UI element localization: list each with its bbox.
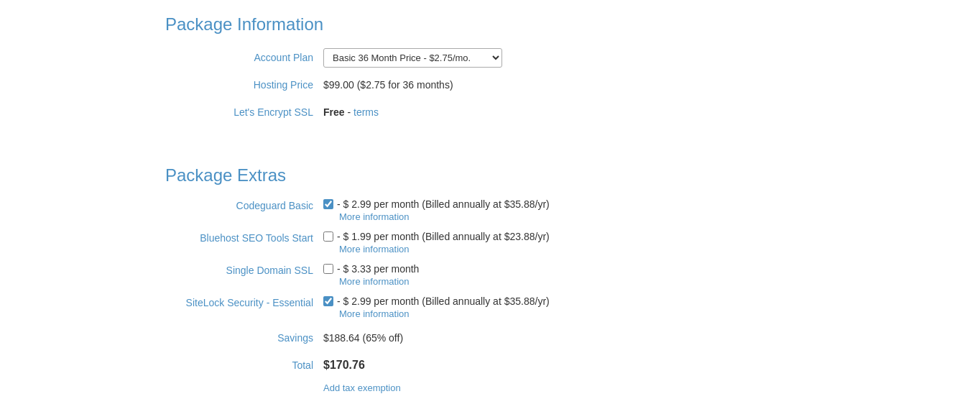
hosting-price-label: Hosting Price xyxy=(165,79,323,91)
seo-tools-description: - $ 1.99 per month (Billed annually at $… xyxy=(337,231,550,242)
savings-row: Savings $188.64 (65% off) xyxy=(165,328,980,348)
ssl-value: Free - terms xyxy=(323,106,379,118)
total-row: Total $170.76 xyxy=(165,355,980,375)
package-info-title: Package Information xyxy=(165,14,980,35)
account-plan-select[interactable]: Basic 36 Month Price - $2.75/mo. Basic 1… xyxy=(323,48,502,68)
seo-tools-value: - $ 1.99 per month (Billed annually at $… xyxy=(323,231,550,254)
seo-tools-more-info-link[interactable]: More information xyxy=(339,244,550,254)
account-plan-label: Account Plan xyxy=(165,52,323,63)
savings-value: $188.64 (65% off) xyxy=(323,332,403,344)
codeguard-label: Codeguard Basic xyxy=(165,198,323,211)
sitelock-checkbox[interactable] xyxy=(323,296,333,306)
account-plan-row: Account Plan Basic 36 Month Price - $2.7… xyxy=(165,47,980,68)
codeguard-more-info-link[interactable]: More information xyxy=(339,211,550,222)
single-ssl-value: - $ 3.33 per month More information xyxy=(323,263,419,287)
single-ssl-checkbox[interactable] xyxy=(323,264,333,274)
ssl-label: Let's Encrypt SSL xyxy=(165,106,323,118)
sitelock-label: SiteLock Security - Essential xyxy=(165,295,323,308)
package-information-section: Package Information Account Plan Basic 3… xyxy=(165,14,980,122)
seo-tools-checkbox[interactable] xyxy=(323,231,333,242)
section-divider xyxy=(0,144,980,165)
seo-tools-row: Bluehost SEO Tools Start - $ 1.99 per mo… xyxy=(165,231,980,254)
package-extras-title: Package Extras xyxy=(165,165,980,185)
package-extras-section: Package Extras Codeguard Basic - $ 2.99 … xyxy=(165,165,980,393)
codeguard-value: - $ 2.99 per month (Billed annually at $… xyxy=(323,198,550,222)
codeguard-row: Codeguard Basic - $ 2.99 per month (Bill… xyxy=(165,198,980,222)
hosting-price-value: $99.00 ($2.75 for 36 months) xyxy=(323,79,453,91)
sitelock-description: - $ 2.99 per month (Billed annually at $… xyxy=(337,295,550,307)
seo-tools-line: - $ 1.99 per month (Billed annually at $… xyxy=(323,231,550,242)
savings-label: Savings xyxy=(165,332,323,344)
single-ssl-more-info-link[interactable]: More information xyxy=(339,276,419,287)
ssl-free-text: Free xyxy=(323,106,345,118)
total-label: Total xyxy=(165,359,323,371)
codeguard-checkbox[interactable] xyxy=(323,199,333,209)
codeguard-description: - $ 2.99 per month (Billed annually at $… xyxy=(337,198,550,210)
sitelock-value: - $ 2.99 per month (Billed annually at $… xyxy=(323,295,550,319)
add-tax-exemption-link[interactable]: Add tax exemption xyxy=(323,382,980,393)
account-plan-value: Basic 36 Month Price - $2.75/mo. Basic 1… xyxy=(323,48,502,68)
ssl-row: Let's Encrypt SSL Free - terms xyxy=(165,102,980,122)
hosting-price-row: Hosting Price $99.00 ($2.75 for 36 month… xyxy=(165,75,980,95)
single-ssl-row: Single Domain SSL - $ 3.33 per month Mor… xyxy=(165,263,980,287)
ssl-terms-link[interactable]: terms xyxy=(353,106,379,118)
ssl-separator: - xyxy=(345,106,353,118)
total-value: $170.76 xyxy=(323,359,365,372)
codeguard-line: - $ 2.99 per month (Billed annually at $… xyxy=(323,198,550,210)
single-ssl-line: - $ 3.33 per month xyxy=(323,263,419,275)
sitelock-line: - $ 2.99 per month (Billed annually at $… xyxy=(323,295,550,307)
seo-tools-label: Bluehost SEO Tools Start xyxy=(165,231,323,244)
single-ssl-label: Single Domain SSL xyxy=(165,263,323,276)
sitelock-more-info-link[interactable]: More information xyxy=(339,308,550,319)
sitelock-row: SiteLock Security - Essential - $ 2.99 p… xyxy=(165,295,980,319)
page-container: Package Information Account Plan Basic 3… xyxy=(0,0,980,399)
single-ssl-description: - $ 3.33 per month xyxy=(337,263,419,275)
